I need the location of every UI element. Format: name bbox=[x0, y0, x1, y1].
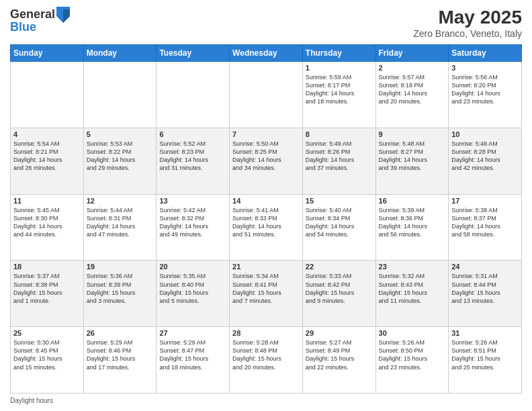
calendar-cell-26: 26Sunrise: 5:29 AMSunset: 8:46 PMDayligh… bbox=[83, 327, 157, 394]
calendar-cell-22: 22Sunrise: 5:33 AMSunset: 8:42 PMDayligh… bbox=[302, 261, 375, 327]
calendar-cell-31: 31Sunrise: 5:26 AMSunset: 8:51 PMDayligh… bbox=[449, 327, 522, 394]
day-info: Sunrise: 5:38 AMSunset: 8:37 PMDaylight:… bbox=[451, 206, 519, 239]
calendar-cell-9: 9Sunrise: 5:48 AMSunset: 8:27 PMDaylight… bbox=[375, 128, 449, 194]
day-number: 10 bbox=[451, 130, 519, 138]
calendar-header-row: SundayMondayTuesdayWednesdayThursdayFrid… bbox=[11, 45, 522, 62]
calendar-cell-23: 23Sunrise: 5:32 AMSunset: 8:43 PMDayligh… bbox=[375, 261, 449, 327]
calendar-cell-10: 10Sunrise: 5:46 AMSunset: 8:28 PMDayligh… bbox=[449, 128, 522, 194]
calendar-header-friday: Friday bbox=[375, 45, 449, 62]
calendar-cell-30: 30Sunrise: 5:26 AMSunset: 8:50 PMDayligh… bbox=[375, 327, 449, 394]
header: General Blue May 2025 Zero Branco, Venet… bbox=[10, 7, 522, 39]
day-info: Sunrise: 5:53 AMSunset: 8:22 PMDaylight:… bbox=[87, 140, 154, 173]
calendar-header-wednesday: Wednesday bbox=[230, 45, 303, 62]
day-number: 7 bbox=[232, 130, 300, 138]
day-info: Sunrise: 5:35 AMSunset: 8:40 PMDaylight:… bbox=[159, 272, 226, 305]
calendar-cell-21: 21Sunrise: 5:34 AMSunset: 8:41 PMDayligh… bbox=[230, 261, 303, 327]
day-number: 27 bbox=[159, 329, 226, 337]
calendar-cell-empty bbox=[11, 62, 84, 128]
footer-text: Daylight hours bbox=[10, 397, 53, 404]
calendar-week-1: 1Sunrise: 5:59 AMSunset: 8:17 PMDaylight… bbox=[11, 62, 522, 128]
calendar-cell-6: 6Sunrise: 5:52 AMSunset: 8:23 PMDaylight… bbox=[157, 128, 230, 194]
day-info: Sunrise: 5:49 AMSunset: 8:26 PMDaylight:… bbox=[306, 140, 373, 173]
calendar-header-monday: Monday bbox=[83, 45, 157, 62]
day-info: Sunrise: 5:30 AMSunset: 8:45 PMDaylight:… bbox=[13, 338, 81, 371]
calendar-cell-19: 19Sunrise: 5:36 AMSunset: 8:39 PMDayligh… bbox=[83, 261, 157, 327]
calendar-cell-11: 11Sunrise: 5:45 AMSunset: 8:30 PMDayligh… bbox=[11, 194, 84, 261]
day-info: Sunrise: 5:59 AMSunset: 8:17 PMDaylight:… bbox=[306, 73, 373, 106]
calendar-cell-28: 28Sunrise: 5:28 AMSunset: 8:48 PMDayligh… bbox=[230, 327, 303, 394]
day-number: 26 bbox=[87, 329, 154, 337]
calendar-table: SundayMondayTuesdayWednesdayThursdayFrid… bbox=[10, 44, 522, 394]
calendar-cell-13: 13Sunrise: 5:42 AMSunset: 8:32 PMDayligh… bbox=[157, 194, 230, 261]
calendar-cell-15: 15Sunrise: 5:40 AMSunset: 8:34 PMDayligh… bbox=[302, 194, 375, 261]
day-info: Sunrise: 5:50 AMSunset: 8:25 PMDaylight:… bbox=[232, 140, 300, 173]
day-number: 19 bbox=[87, 263, 154, 271]
day-info: Sunrise: 5:57 AMSunset: 8:18 PMDaylight:… bbox=[379, 73, 446, 106]
day-number: 31 bbox=[451, 329, 519, 337]
day-number: 24 bbox=[451, 263, 519, 271]
calendar-header-tuesday: Tuesday bbox=[157, 45, 230, 62]
day-number: 11 bbox=[13, 197, 81, 205]
calendar-cell-14: 14Sunrise: 5:41 AMSunset: 8:33 PMDayligh… bbox=[230, 194, 303, 261]
logo-icon bbox=[56, 7, 70, 23]
calendar-week-3: 11Sunrise: 5:45 AMSunset: 8:30 PMDayligh… bbox=[11, 194, 522, 261]
day-number: 6 bbox=[159, 130, 226, 138]
day-number: 13 bbox=[159, 197, 226, 205]
day-number: 8 bbox=[306, 130, 373, 138]
day-info: Sunrise: 5:28 AMSunset: 8:48 PMDaylight:… bbox=[232, 338, 300, 371]
day-info: Sunrise: 5:56 AMSunset: 8:20 PMDaylight:… bbox=[451, 73, 519, 106]
day-number: 9 bbox=[379, 130, 446, 138]
calendar-cell-17: 17Sunrise: 5:38 AMSunset: 8:37 PMDayligh… bbox=[449, 194, 522, 261]
calendar-cell-1: 1Sunrise: 5:59 AMSunset: 8:17 PMDaylight… bbox=[302, 62, 375, 128]
calendar-cell-27: 27Sunrise: 5:29 AMSunset: 8:47 PMDayligh… bbox=[157, 327, 230, 394]
calendar-cell-7: 7Sunrise: 5:50 AMSunset: 8:25 PMDaylight… bbox=[230, 128, 303, 194]
calendar-cell-8: 8Sunrise: 5:49 AMSunset: 8:26 PMDaylight… bbox=[302, 128, 375, 194]
day-info: Sunrise: 5:46 AMSunset: 8:28 PMDaylight:… bbox=[451, 140, 519, 173]
day-info: Sunrise: 5:26 AMSunset: 8:51 PMDaylight:… bbox=[451, 338, 519, 371]
main-title: May 2025 bbox=[413, 7, 522, 28]
day-info: Sunrise: 5:54 AMSunset: 8:21 PMDaylight:… bbox=[13, 140, 81, 173]
day-info: Sunrise: 5:42 AMSunset: 8:32 PMDaylight:… bbox=[159, 206, 226, 239]
day-info: Sunrise: 5:40 AMSunset: 8:34 PMDaylight:… bbox=[306, 206, 373, 239]
calendar-header-saturday: Saturday bbox=[449, 45, 522, 62]
day-number: 2 bbox=[379, 64, 446, 72]
day-number: 15 bbox=[306, 197, 373, 205]
calendar-cell-16: 16Sunrise: 5:39 AMSunset: 8:36 PMDayligh… bbox=[375, 194, 449, 261]
calendar-cell-4: 4Sunrise: 5:54 AMSunset: 8:21 PMDaylight… bbox=[11, 128, 84, 194]
day-info: Sunrise: 5:44 AMSunset: 8:31 PMDaylight:… bbox=[87, 206, 154, 239]
svg-marker-1 bbox=[63, 9, 70, 23]
day-info: Sunrise: 5:39 AMSunset: 8:36 PMDaylight:… bbox=[379, 206, 446, 239]
calendar-cell-20: 20Sunrise: 5:35 AMSunset: 8:40 PMDayligh… bbox=[157, 261, 230, 327]
day-number: 25 bbox=[13, 329, 81, 337]
calendar-cell-18: 18Sunrise: 5:37 AMSunset: 8:38 PMDayligh… bbox=[11, 261, 84, 327]
day-info: Sunrise: 5:36 AMSunset: 8:39 PMDaylight:… bbox=[87, 272, 154, 305]
calendar-cell-29: 29Sunrise: 5:27 AMSunset: 8:49 PMDayligh… bbox=[302, 327, 375, 394]
day-number: 12 bbox=[87, 197, 154, 205]
calendar-week-2: 4Sunrise: 5:54 AMSunset: 8:21 PMDaylight… bbox=[11, 128, 522, 194]
day-info: Sunrise: 5:26 AMSunset: 8:50 PMDaylight:… bbox=[379, 338, 446, 371]
calendar-cell-empty bbox=[83, 62, 157, 128]
day-info: Sunrise: 5:34 AMSunset: 8:41 PMDaylight:… bbox=[232, 272, 300, 305]
day-number: 4 bbox=[13, 130, 81, 138]
footer: Daylight hours bbox=[10, 397, 522, 404]
day-number: 30 bbox=[379, 329, 446, 337]
calendar-cell-24: 24Sunrise: 5:31 AMSunset: 8:44 PMDayligh… bbox=[449, 261, 522, 327]
day-number: 23 bbox=[379, 263, 446, 271]
day-number: 18 bbox=[13, 263, 81, 271]
day-info: Sunrise: 5:32 AMSunset: 8:43 PMDaylight:… bbox=[379, 272, 446, 305]
logo-general: General bbox=[10, 8, 55, 21]
day-number: 22 bbox=[306, 263, 373, 271]
calendar-cell-12: 12Sunrise: 5:44 AMSunset: 8:31 PMDayligh… bbox=[83, 194, 157, 261]
day-number: 3 bbox=[451, 64, 519, 72]
page: General Blue May 2025 Zero Branco, Venet… bbox=[0, 0, 532, 411]
day-number: 28 bbox=[232, 329, 300, 337]
day-number: 20 bbox=[159, 263, 226, 271]
day-info: Sunrise: 5:31 AMSunset: 8:44 PMDaylight:… bbox=[451, 272, 519, 305]
day-number: 1 bbox=[306, 64, 373, 72]
day-number: 17 bbox=[451, 197, 519, 205]
day-info: Sunrise: 5:52 AMSunset: 8:23 PMDaylight:… bbox=[159, 140, 226, 173]
calendar-header-thursday: Thursday bbox=[302, 45, 375, 62]
calendar-cell-3: 3Sunrise: 5:56 AMSunset: 8:20 PMDaylight… bbox=[449, 62, 522, 128]
calendar-cell-25: 25Sunrise: 5:30 AMSunset: 8:45 PMDayligh… bbox=[11, 327, 84, 394]
calendar-cell-empty bbox=[157, 62, 230, 128]
